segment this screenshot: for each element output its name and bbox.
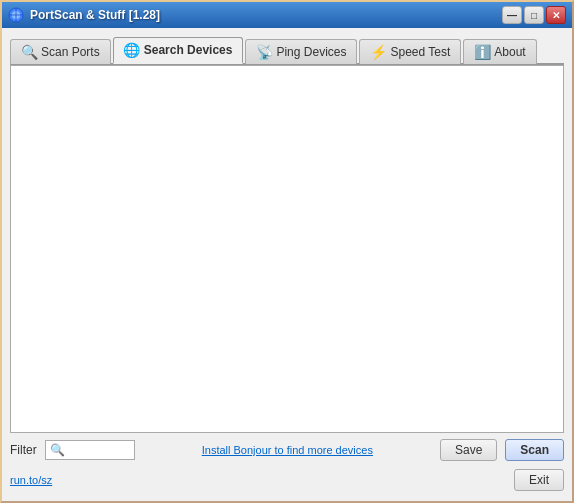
main-content-area (10, 65, 564, 433)
exit-button[interactable]: Exit (514, 469, 564, 491)
speed-test-icon: ⚡ (370, 44, 386, 60)
tab-ping-devices-label: Ping Devices (276, 45, 346, 59)
title-buttons: — □ ✕ (502, 6, 566, 24)
footer-link[interactable]: run.to/sz (10, 474, 52, 486)
bottom-bar: Filter 🔍 Install Bonjour to find more de… (10, 433, 564, 465)
maximize-button[interactable]: □ (524, 6, 544, 24)
filter-input[interactable] (68, 444, 138, 456)
footer-bar: run.to/sz Exit (10, 465, 564, 493)
tab-scan-ports-label: Scan Ports (41, 45, 100, 59)
tab-about[interactable]: ℹ️ About (463, 39, 536, 64)
scan-ports-icon: 🔍 (21, 44, 37, 60)
tab-scan-ports[interactable]: 🔍 Scan Ports (10, 39, 111, 64)
tab-speed-test[interactable]: ⚡ Speed Test (359, 39, 461, 64)
save-button[interactable]: Save (440, 439, 497, 461)
title-bar: PortScan & Stuff [1.28] — □ ✕ (2, 2, 572, 28)
tab-search-devices[interactable]: 🌐 Search Devices (113, 37, 244, 64)
tab-speed-test-label: Speed Test (390, 45, 450, 59)
scan-button[interactable]: Scan (505, 439, 564, 461)
filter-input-wrapper: 🔍 (45, 440, 135, 460)
main-window: PortScan & Stuff [1.28] — □ ✕ 🔍 Scan Por… (0, 0, 574, 503)
content-area: 🔍 Scan Ports 🌐 Search Devices 📡 Ping Dev… (2, 28, 572, 501)
filter-search-icon: 🔍 (50, 443, 65, 457)
filter-label: Filter (10, 443, 37, 457)
title-bar-left: PortScan & Stuff [1.28] (8, 7, 160, 23)
tab-ping-devices[interactable]: 📡 Ping Devices (245, 39, 357, 64)
app-icon (8, 7, 24, 23)
ping-devices-icon: 📡 (256, 44, 272, 60)
minimize-button[interactable]: — (502, 6, 522, 24)
bonjour-link[interactable]: Install Bonjour to find more devices (143, 444, 432, 456)
about-icon: ℹ️ (474, 44, 490, 60)
tab-search-devices-label: Search Devices (144, 43, 233, 57)
close-button[interactable]: ✕ (546, 6, 566, 24)
tab-about-label: About (494, 45, 525, 59)
title-text: PortScan & Stuff [1.28] (30, 8, 160, 22)
tab-bar: 🔍 Scan Ports 🌐 Search Devices 📡 Ping Dev… (10, 36, 564, 65)
search-devices-icon: 🌐 (124, 42, 140, 58)
